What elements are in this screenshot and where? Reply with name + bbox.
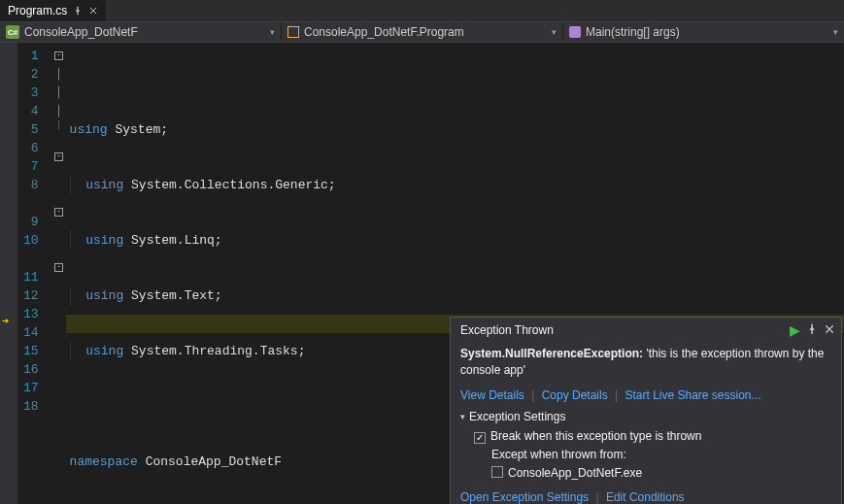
chevron-down-icon: ▾ [552,27,557,37]
checkbox-unchecked-icon [491,466,503,478]
fold-toggle[interactable]: - [54,208,63,217]
pin-icon[interactable] [806,323,818,338]
navigation-bar: C# ConsoleApp_DotNetF ▾ ConsoleApp_DotNe… [0,21,844,43]
fold-gutter[interactable]: - │││ - - - [52,43,66,504]
chevron-down-icon: ▾ [833,27,838,37]
pin-icon[interactable] [73,6,83,16]
copy-details-link[interactable]: Copy Details [542,388,608,402]
continue-icon[interactable]: ▶ [790,322,800,338]
popup-title: Exception Thrown [460,323,784,337]
exception-popup: Exception Thrown ▶ System.NullReferenceE… [450,317,842,504]
method-icon [569,26,581,38]
file-tab[interactable]: Program.cs [0,0,106,21]
open-exception-settings-link[interactable]: Open Exception Settings [460,490,589,504]
nav-class-label: ConsoleApp_DotNetF.Program [304,25,464,39]
except-item-checkbox[interactable]: ConsoleApp_DotNetF.exe [474,464,831,483]
fold-toggle[interactable]: - [54,263,63,272]
nav-project[interactable]: C# ConsoleApp_DotNetF ▾ [0,22,282,42]
chevron-down-icon: ▾ [270,27,275,37]
collapse-icon: ▾ [460,412,465,421]
nav-class[interactable]: ConsoleApp_DotNetF.Program ▾ [282,22,563,42]
checkbox-checked-icon: ✓ [474,432,486,444]
close-icon[interactable] [824,323,835,338]
csharp-icon: C# [6,25,19,39]
nav-method[interactable]: Main(string[] args) ▾ [563,22,844,42]
tab-bar: Program.cs [0,0,844,21]
current-line-arrow-icon: ➔ [2,314,9,328]
class-icon [287,26,299,38]
close-icon[interactable] [88,6,98,16]
break-when-thrown-checkbox[interactable]: ✓Break when this exception type is throw… [474,427,831,446]
nav-project-label: ConsoleApp_DotNetF [24,25,138,39]
fold-toggle[interactable]: - [54,152,63,161]
live-share-link[interactable]: Start Live Share session... [625,388,760,402]
except-when-label: Except when thrown from: [474,446,831,464]
line-number-gutter: 123 456 78 910 111213 141516 1718 [17,43,52,504]
tab-title: Program.cs [8,4,67,17]
breakpoint-gutter[interactable]: ➔ [0,43,17,504]
edit-conditions-link[interactable]: Edit Conditions [606,490,685,504]
view-details-link[interactable]: View Details [460,388,524,402]
nav-method-label: Main(string[] args) [586,25,680,39]
exception-settings-toggle[interactable]: ▾ Exception Settings [460,410,831,423]
popup-header: Exception Thrown ▶ [451,318,841,342]
fold-toggle[interactable]: - [54,51,63,60]
exception-message: System.NullReferenceException: 'this is … [460,346,831,379]
